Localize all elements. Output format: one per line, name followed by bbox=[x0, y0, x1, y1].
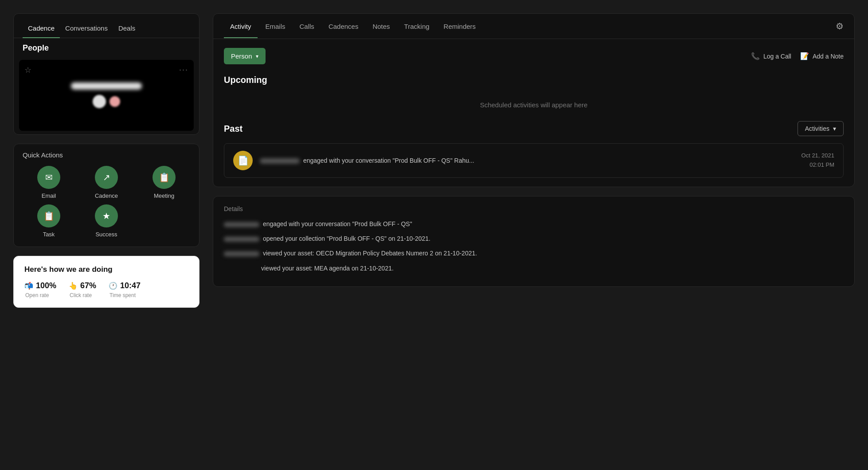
avatar-icon: 📄 bbox=[238, 155, 249, 166]
stats-title: Here's how we are doing bbox=[24, 265, 188, 274]
quick-actions-title: Quick Actions bbox=[23, 151, 190, 159]
activity-body: Person ▾ 📞 Log a Call 📝 Add a Note Upco bbox=[213, 39, 854, 187]
detail-line-2: opened your collection "Prod Bulk OFF - … bbox=[224, 233, 844, 244]
tab-calls[interactable]: Calls bbox=[293, 15, 321, 38]
action-buttons: 📞 Log a Call 📝 Add a Note bbox=[751, 52, 844, 60]
qa-label-meeting: Meeting bbox=[154, 192, 174, 199]
activity-name-blur bbox=[260, 158, 300, 164]
details-card: Details engaged with your conversation "… bbox=[213, 196, 855, 287]
activity-text: engaged with your conversation "Prod Bul… bbox=[260, 156, 794, 165]
qa-item-email[interactable]: ✉ Email bbox=[23, 166, 75, 199]
stat-time-spent-value: 10:47 bbox=[120, 281, 141, 290]
stat-open-rate-value-row: 📬 100% bbox=[24, 281, 56, 290]
person-dropdown-label: Person bbox=[231, 52, 252, 60]
detail-text-2: opened your collection "Prod Bulk OFF - … bbox=[263, 235, 430, 242]
right-panel: Activity Emails Calls Cadences Notes Tra… bbox=[213, 13, 855, 287]
detail-text-3: viewed your asset: OECD Migration Policy… bbox=[263, 250, 477, 257]
detail-line-3: viewed your asset: OECD Migration Policy… bbox=[224, 248, 844, 259]
tab-cadence[interactable]: Cadence bbox=[23, 21, 60, 38]
star-icon[interactable]: ☆ bbox=[24, 65, 31, 75]
activity-date: Oct 21, 2021 bbox=[802, 151, 834, 161]
stat-open-rate-value: 100% bbox=[36, 281, 56, 290]
qa-item-meeting[interactable]: 📋 Meeting bbox=[138, 166, 190, 199]
settings-gear-icon[interactable]: ⚙ bbox=[836, 14, 844, 39]
tab-emails[interactable]: Emails bbox=[259, 15, 292, 38]
past-header: Past Activities ▾ bbox=[224, 121, 844, 136]
avatar-1 bbox=[93, 95, 106, 108]
avatar-2 bbox=[109, 96, 120, 107]
activity-card: Activity Emails Calls Cadences Notes Tra… bbox=[213, 13, 855, 187]
add-note-button[interactable]: 📝 Add a Note bbox=[800, 52, 844, 60]
stat-time-spent-value-row: 🕐 10:47 bbox=[109, 281, 141, 290]
time-spent-icon: 🕐 bbox=[109, 282, 117, 290]
upcoming-label: Upcoming bbox=[224, 75, 844, 85]
qa-item-task[interactable]: 📋 Task bbox=[23, 204, 75, 238]
stat-click-rate-value: 67% bbox=[80, 281, 96, 290]
activity-time: Oct 21, 2021 02:01 PM bbox=[802, 151, 834, 170]
people-section: People bbox=[14, 38, 199, 56]
profile-avatars bbox=[93, 95, 120, 108]
detail-line-1: engaged with your conversation "Prod Bul… bbox=[224, 219, 844, 230]
log-call-label: Log a Call bbox=[763, 53, 791, 60]
tab-cadences[interactable]: Cadences bbox=[322, 15, 365, 38]
meeting-icon-circle: 📋 bbox=[152, 166, 176, 189]
stat-click-rate-value-row: 👆 67% bbox=[69, 281, 96, 290]
add-note-label: Add a Note bbox=[813, 53, 844, 60]
activity-time-value: 02:01 PM bbox=[802, 161, 834, 170]
stats-row: 📬 100% Open rate 👆 67% Click rate 🕐 10:4… bbox=[24, 281, 188, 298]
detail-blur-2 bbox=[224, 237, 259, 242]
activity-item: 📄 engaged with your conversation "Prod B… bbox=[224, 143, 844, 178]
activity-tabs: Activity Emails Calls Cadences Notes Tra… bbox=[213, 14, 854, 39]
detail-blur-3 bbox=[224, 251, 259, 256]
chevron-down-icon: ▾ bbox=[256, 53, 258, 59]
tab-deals[interactable]: Deals bbox=[113, 21, 141, 38]
qa-item-success[interactable]: ★ Success bbox=[80, 204, 133, 238]
more-options-icon[interactable]: ··· bbox=[179, 65, 188, 74]
qa-label-task: Task bbox=[43, 231, 55, 238]
tab-tracking[interactable]: Tracking bbox=[398, 15, 436, 38]
success-icon-circle: ★ bbox=[95, 204, 118, 227]
stat-click-rate: 👆 67% Click rate bbox=[69, 281, 96, 298]
activity-description: engaged with your conversation "Prod Bul… bbox=[303, 157, 474, 164]
past-label: Past bbox=[224, 124, 242, 134]
phone-icon: 📞 bbox=[751, 52, 760, 60]
stat-open-rate: 📬 100% Open rate bbox=[24, 281, 56, 298]
filter-row: Person ▾ 📞 Log a Call 📝 Add a Note bbox=[224, 48, 844, 64]
qa-label-email: Email bbox=[42, 192, 56, 199]
email-icon-circle: ✉ bbox=[37, 166, 60, 189]
tab-activity[interactable]: Activity bbox=[224, 15, 258, 38]
top-tabs: Cadence Conversations Deals bbox=[14, 14, 199, 38]
cadence-icon-circle: ↗ bbox=[95, 166, 118, 189]
tab-reminders[interactable]: Reminders bbox=[438, 15, 482, 38]
task-icon-circle: 📋 bbox=[37, 204, 60, 227]
quick-actions-card: Quick Actions ✉ Email ↗ Cadence 📋 Meetin… bbox=[13, 144, 199, 247]
top-card: Cadence Conversations Deals People ☆ ··· bbox=[13, 13, 199, 135]
stat-open-rate-label: Open rate bbox=[24, 292, 56, 298]
activities-chevron-icon: ▾ bbox=[833, 125, 836, 132]
detail-line-4: viewed your asset: MEA agenda on 21-10-2… bbox=[224, 263, 844, 274]
click-rate-icon: 👆 bbox=[69, 282, 78, 290]
tab-conversations[interactable]: Conversations bbox=[60, 21, 113, 38]
qa-label-cadence: Cadence bbox=[95, 192, 118, 199]
detail-blur-1 bbox=[224, 222, 259, 227]
log-call-button[interactable]: 📞 Log a Call bbox=[751, 52, 791, 60]
person-dropdown[interactable]: Person ▾ bbox=[224, 48, 266, 64]
left-panel: Cadence Conversations Deals People ☆ ···… bbox=[13, 13, 199, 308]
note-icon: 📝 bbox=[800, 52, 809, 60]
quick-actions-grid: ✉ Email ↗ Cadence 📋 Meeting 📋 Task ★ Suc… bbox=[23, 166, 190, 238]
stat-time-spent: 🕐 10:47 Time spent bbox=[109, 281, 141, 298]
detail-text-4: viewed your asset: MEA agenda on 21-10-2… bbox=[224, 265, 394, 272]
stats-card: Here's how we are doing 📬 100% Open rate… bbox=[13, 256, 199, 308]
activity-content: engaged with your conversation "Prod Bul… bbox=[260, 156, 794, 165]
open-rate-icon: 📬 bbox=[24, 282, 33, 290]
stat-time-spent-label: Time spent bbox=[109, 292, 141, 298]
stat-click-rate-label: Click rate bbox=[69, 292, 96, 298]
qa-label-success: Success bbox=[95, 231, 117, 238]
detail-text-1: engaged with your conversation "Prod Bul… bbox=[263, 220, 412, 227]
qa-item-cadence[interactable]: ↗ Cadence bbox=[80, 166, 133, 199]
activities-dropdown-button[interactable]: Activities ▾ bbox=[798, 121, 844, 136]
profile-name-blur bbox=[71, 82, 142, 90]
people-title: People bbox=[23, 43, 190, 53]
tab-notes[interactable]: Notes bbox=[366, 15, 396, 38]
details-title: Details bbox=[224, 205, 844, 212]
